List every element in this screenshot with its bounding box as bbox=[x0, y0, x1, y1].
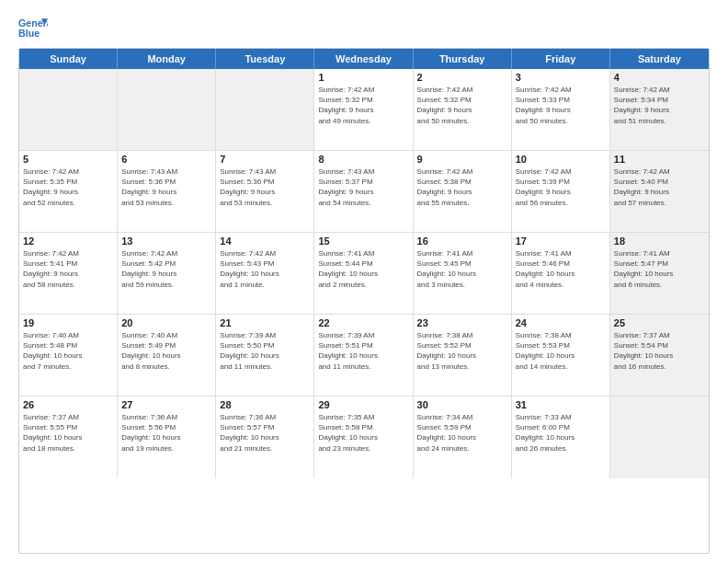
day-cell-19: 19Sunrise: 7:40 AM Sunset: 5:48 PM Dayli… bbox=[19, 315, 118, 396]
day-info: Sunrise: 7:37 AM Sunset: 5:55 PM Dayligh… bbox=[23, 412, 113, 454]
day-cell-30: 30Sunrise: 7:34 AM Sunset: 5:59 PM Dayli… bbox=[414, 396, 512, 478]
calendar-body: 1Sunrise: 7:42 AM Sunset: 5:32 PM Daylig… bbox=[19, 69, 709, 478]
logo: General Blue bbox=[18, 15, 48, 40]
day-info: Sunrise: 7:42 AM Sunset: 5:35 PM Dayligh… bbox=[23, 167, 113, 208]
day-info: Sunrise: 7:42 AM Sunset: 5:43 PM Dayligh… bbox=[220, 248, 310, 290]
day-info: Sunrise: 7:42 AM Sunset: 5:38 PM Dayligh… bbox=[417, 167, 507, 208]
day-number: 5 bbox=[23, 154, 113, 165]
day-number: 25 bbox=[614, 317, 705, 328]
day-number: 3 bbox=[516, 72, 606, 83]
day-info: Sunrise: 7:39 AM Sunset: 5:50 PM Dayligh… bbox=[220, 330, 310, 372]
day-info: Sunrise: 7:42 AM Sunset: 5:33 PM Dayligh… bbox=[516, 85, 606, 126]
header-day-saturday: Saturday bbox=[610, 49, 709, 69]
day-number: 9 bbox=[417, 154, 507, 165]
day-number: 1 bbox=[318, 72, 408, 83]
day-info: Sunrise: 7:35 AM Sunset: 5:58 PM Dayligh… bbox=[318, 412, 408, 454]
day-info: Sunrise: 7:41 AM Sunset: 5:46 PM Dayligh… bbox=[516, 248, 606, 290]
day-info: Sunrise: 7:39 AM Sunset: 5:51 PM Dayligh… bbox=[318, 330, 408, 372]
empty-cell-0-2 bbox=[216, 69, 314, 150]
calendar-row-5: 26Sunrise: 7:37 AM Sunset: 5:55 PM Dayli… bbox=[19, 396, 709, 478]
day-number: 20 bbox=[121, 317, 211, 328]
day-cell-23: 23Sunrise: 7:38 AM Sunset: 5:52 PM Dayli… bbox=[414, 315, 512, 396]
day-info: Sunrise: 7:42 AM Sunset: 5:41 PM Dayligh… bbox=[23, 248, 113, 290]
empty-cell-4-6 bbox=[610, 396, 709, 478]
day-info: Sunrise: 7:41 AM Sunset: 5:44 PM Dayligh… bbox=[318, 248, 408, 290]
day-cell-18: 18Sunrise: 7:41 AM Sunset: 5:47 PM Dayli… bbox=[610, 233, 709, 314]
day-info: Sunrise: 7:34 AM Sunset: 5:59 PM Dayligh… bbox=[417, 412, 507, 454]
day-number: 31 bbox=[516, 399, 606, 410]
day-number: 29 bbox=[318, 399, 408, 410]
day-info: Sunrise: 7:40 AM Sunset: 5:48 PM Dayligh… bbox=[23, 330, 113, 372]
day-cell-6: 6Sunrise: 7:43 AM Sunset: 5:36 PM Daylig… bbox=[118, 151, 216, 232]
day-cell-12: 12Sunrise: 7:42 AM Sunset: 5:41 PM Dayli… bbox=[19, 233, 118, 314]
day-number: 28 bbox=[220, 399, 310, 410]
header-day-friday: Friday bbox=[512, 49, 610, 69]
day-info: Sunrise: 7:37 AM Sunset: 5:54 PM Dayligh… bbox=[614, 330, 705, 372]
day-cell-14: 14Sunrise: 7:42 AM Sunset: 5:43 PM Dayli… bbox=[216, 233, 314, 314]
calendar-row-1: 1Sunrise: 7:42 AM Sunset: 5:32 PM Daylig… bbox=[19, 69, 709, 151]
day-cell-22: 22Sunrise: 7:39 AM Sunset: 5:51 PM Dayli… bbox=[314, 315, 413, 396]
day-cell-8: 8Sunrise: 7:43 AM Sunset: 5:37 PM Daylig… bbox=[314, 151, 413, 232]
day-info: Sunrise: 7:36 AM Sunset: 5:57 PM Dayligh… bbox=[220, 412, 310, 454]
svg-text:Blue: Blue bbox=[18, 28, 40, 39]
day-info: Sunrise: 7:36 AM Sunset: 5:56 PM Dayligh… bbox=[121, 412, 211, 454]
day-info: Sunrise: 7:38 AM Sunset: 5:53 PM Dayligh… bbox=[516, 330, 606, 372]
day-cell-31: 31Sunrise: 7:33 AM Sunset: 6:00 PM Dayli… bbox=[512, 396, 610, 478]
day-number: 14 bbox=[220, 236, 310, 247]
calendar: SundayMondayTuesdayWednesdayThursdayFrid… bbox=[18, 48, 710, 554]
day-info: Sunrise: 7:42 AM Sunset: 5:40 PM Dayligh… bbox=[614, 167, 705, 208]
day-number: 2 bbox=[417, 72, 507, 83]
day-info: Sunrise: 7:40 AM Sunset: 5:49 PM Dayligh… bbox=[121, 330, 211, 372]
day-cell-17: 17Sunrise: 7:41 AM Sunset: 5:46 PM Dayli… bbox=[512, 233, 610, 314]
day-cell-4: 4Sunrise: 7:42 AM Sunset: 5:34 PM Daylig… bbox=[610, 69, 709, 150]
day-info: Sunrise: 7:42 AM Sunset: 5:32 PM Dayligh… bbox=[318, 85, 408, 126]
day-cell-28: 28Sunrise: 7:36 AM Sunset: 5:57 PM Dayli… bbox=[216, 396, 314, 478]
calendar-row-2: 5Sunrise: 7:42 AM Sunset: 5:35 PM Daylig… bbox=[19, 151, 709, 233]
day-number: 11 bbox=[614, 154, 705, 165]
day-cell-2: 2Sunrise: 7:42 AM Sunset: 5:32 PM Daylig… bbox=[414, 69, 512, 150]
day-info: Sunrise: 7:41 AM Sunset: 5:47 PM Dayligh… bbox=[614, 248, 705, 290]
day-number: 10 bbox=[516, 154, 606, 165]
day-info: Sunrise: 7:33 AM Sunset: 6:00 PM Dayligh… bbox=[516, 412, 606, 454]
day-cell-25: 25Sunrise: 7:37 AM Sunset: 5:54 PM Dayli… bbox=[610, 315, 709, 396]
header-day-tuesday: Tuesday bbox=[216, 49, 314, 69]
day-number: 6 bbox=[121, 154, 211, 165]
day-number: 26 bbox=[23, 399, 113, 410]
day-cell-21: 21Sunrise: 7:39 AM Sunset: 5:50 PM Dayli… bbox=[216, 315, 314, 396]
day-info: Sunrise: 7:38 AM Sunset: 5:52 PM Dayligh… bbox=[417, 330, 507, 372]
day-cell-7: 7Sunrise: 7:43 AM Sunset: 5:36 PM Daylig… bbox=[216, 151, 314, 232]
header-day-sunday: Sunday bbox=[19, 49, 118, 69]
day-number: 17 bbox=[516, 236, 606, 247]
day-number: 27 bbox=[121, 399, 211, 410]
day-cell-29: 29Sunrise: 7:35 AM Sunset: 5:58 PM Dayli… bbox=[314, 396, 413, 478]
day-cell-15: 15Sunrise: 7:41 AM Sunset: 5:44 PM Dayli… bbox=[314, 233, 413, 314]
day-cell-5: 5Sunrise: 7:42 AM Sunset: 5:35 PM Daylig… bbox=[19, 151, 118, 232]
day-cell-3: 3Sunrise: 7:42 AM Sunset: 5:33 PM Daylig… bbox=[512, 69, 610, 150]
day-info: Sunrise: 7:42 AM Sunset: 5:32 PM Dayligh… bbox=[417, 85, 507, 126]
day-number: 13 bbox=[121, 236, 211, 247]
day-number: 18 bbox=[614, 236, 705, 247]
calendar-row-4: 19Sunrise: 7:40 AM Sunset: 5:48 PM Dayli… bbox=[19, 315, 709, 396]
day-cell-11: 11Sunrise: 7:42 AM Sunset: 5:40 PM Dayli… bbox=[610, 151, 709, 232]
header-day-thursday: Thursday bbox=[414, 49, 512, 69]
day-number: 24 bbox=[516, 317, 606, 328]
day-cell-20: 20Sunrise: 7:40 AM Sunset: 5:49 PM Dayli… bbox=[118, 315, 216, 396]
day-number: 16 bbox=[417, 236, 507, 247]
day-cell-27: 27Sunrise: 7:36 AM Sunset: 5:56 PM Dayli… bbox=[118, 396, 216, 478]
day-number: 8 bbox=[318, 154, 408, 165]
day-number: 19 bbox=[23, 317, 113, 328]
empty-cell-0-1 bbox=[118, 69, 216, 150]
day-cell-24: 24Sunrise: 7:38 AM Sunset: 5:53 PM Dayli… bbox=[512, 315, 610, 396]
day-number: 21 bbox=[220, 317, 310, 328]
header-day-wednesday: Wednesday bbox=[314, 49, 413, 69]
empty-cell-0-0 bbox=[19, 69, 118, 150]
day-cell-10: 10Sunrise: 7:42 AM Sunset: 5:39 PM Dayli… bbox=[512, 151, 610, 232]
day-number: 22 bbox=[318, 317, 408, 328]
calendar-header: SundayMondayTuesdayWednesdayThursdayFrid… bbox=[19, 49, 709, 69]
day-number: 23 bbox=[417, 317, 507, 328]
day-cell-13: 13Sunrise: 7:42 AM Sunset: 5:42 PM Dayli… bbox=[118, 233, 216, 314]
day-number: 4 bbox=[614, 72, 705, 83]
day-info: Sunrise: 7:42 AM Sunset: 5:34 PM Dayligh… bbox=[614, 85, 705, 126]
day-number: 7 bbox=[220, 154, 310, 165]
day-info: Sunrise: 7:42 AM Sunset: 5:39 PM Dayligh… bbox=[516, 167, 606, 208]
